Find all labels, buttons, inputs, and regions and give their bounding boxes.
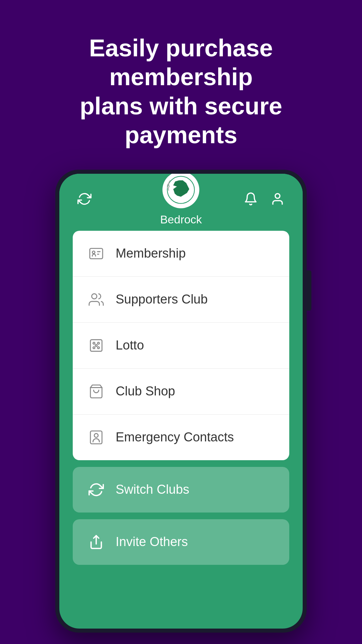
lotto-label: Lotto [116,338,144,353]
switch-clubs-button[interactable]: Switch Clubs [73,467,289,513]
invite-others-button[interactable]: Invite Others [73,519,289,565]
emergency-contacts-item[interactable]: Emergency Contacts [73,415,289,460]
membership-item[interactable]: Membership [73,231,289,277]
lotto-icon [87,337,105,354]
profile-button[interactable] [269,191,286,207]
supporters-club-item[interactable]: Supporters Club [73,277,289,323]
club-name-label: Bedrock [160,213,202,226]
svg-point-10 [92,293,97,299]
content-area: Membership Supporters Club [59,217,303,629]
svg-point-19 [94,433,98,437]
refresh-button[interactable] [76,191,93,207]
emergency-contacts-label: Emergency Contacts [116,430,234,444]
emergency-contacts-icon [87,429,105,446]
lotto-item[interactable]: Lotto [73,323,289,369]
svg-point-16 [95,344,97,346]
svg-point-12 [93,342,95,344]
supporters-club-label: Supporters Club [116,292,208,307]
svg-rect-11 [90,339,102,351]
headline-text: Easily purchase membership [89,35,273,90]
header-right [242,191,286,207]
svg-point-15 [93,346,95,348]
switch-clubs-icon [87,481,105,498]
svg-rect-8 [90,248,103,259]
phone-frame: Bedrock [55,170,307,633]
phone-screen: Bedrock [59,174,303,629]
notification-button[interactable] [242,191,259,207]
svg-point-7 [275,194,280,198]
svg-point-13 [98,342,100,344]
header-left [76,191,93,207]
club-logo-area: Bedrock [160,174,202,226]
club-logo [163,174,199,209]
membership-icon [87,245,105,262]
headline-block: Easily purchase membership plans with se… [0,0,362,170]
svg-point-14 [98,346,100,348]
club-shop-icon [87,383,105,400]
invite-others-icon [87,533,105,551]
membership-label: Membership [116,246,186,261]
main-menu-card: Membership Supporters Club [73,231,289,460]
switch-clubs-label: Switch Clubs [116,482,189,497]
club-shop-item[interactable]: Club Shop [73,369,289,415]
supporters-club-icon [87,291,105,308]
invite-others-label: Invite Others [116,535,188,549]
svg-point-9 [93,251,95,254]
club-shop-label: Club Shop [116,384,175,398]
app-header: Bedrock [59,174,303,217]
headline-text2: plans with secure payments [80,93,282,148]
